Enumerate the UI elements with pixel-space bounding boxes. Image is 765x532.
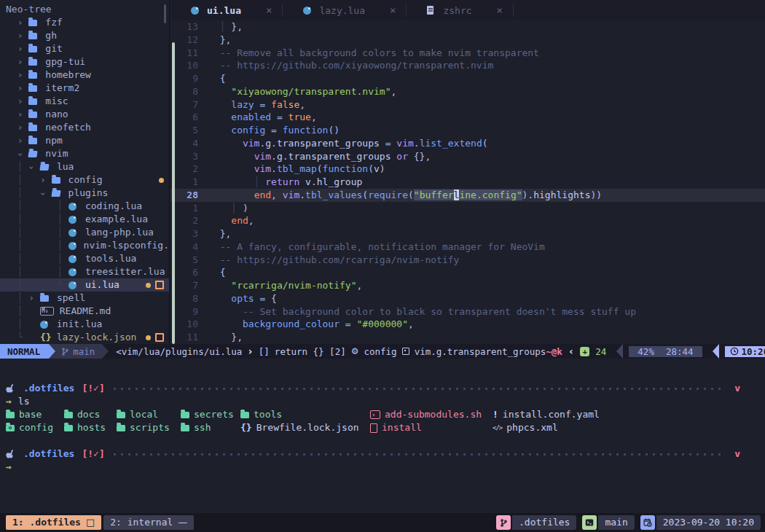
tree-item-ui.lua[interactable]: │ └ ui.lua [0, 278, 169, 292]
code-line[interactable]: 1 │ return v.hl_group [170, 176, 765, 189]
tree-item-treesitter.lua[interactable]: │ │ treesitter.lua [0, 265, 169, 278]
cursor-line[interactable]: → [0, 461, 765, 474]
expander-icon[interactable]: › [17, 29, 23, 42]
tab-ui.lua[interactable]: ui.lua× [170, 0, 282, 20]
expander-icon[interactable]: › [17, 42, 23, 55]
code-line[interactable]: 8 opts = { [170, 292, 765, 305]
close-icon[interactable]: × [266, 4, 272, 16]
code-token: tbl_map [277, 163, 317, 174]
unsaved-dot-icon [146, 335, 151, 340]
tab-lazy.lua[interactable]: lazy.lua× [283, 0, 406, 20]
expander-icon[interactable]: › [17, 121, 23, 134]
tree-item-gh[interactable]: › gh [0, 29, 169, 42]
code-line[interactable]: 5 -- https://github.com/rcarriga/nvim-no… [170, 254, 765, 267]
tree-item-plugins[interactable]: │ › plugins [0, 187, 169, 200]
code-line[interactable]: 6 enabled = true, [170, 111, 765, 124]
code-line[interactable]: 10 -- https://github.com/xiyaowong/trans… [170, 59, 765, 72]
code-line[interactable]: 7 "rcarriga/nvim-notify", [170, 279, 765, 292]
expander-icon[interactable]: › [17, 134, 23, 147]
tree-item-nvim[interactable]: › nvim [0, 147, 169, 160]
line-number: 13 [170, 20, 198, 34]
expander-icon[interactable]: › [25, 165, 38, 171]
indent-guide: │ [6, 292, 28, 305]
indent-guide [6, 42, 17, 55]
expander-icon[interactable]: › [17, 108, 23, 121]
tree-item-example.lua[interactable]: │ │ example.lua [0, 213, 169, 226]
code-token: }, [208, 228, 231, 239]
folder-icon [6, 412, 15, 418]
code-token: │ [231, 203, 237, 214]
tree-item-homebrew[interactable]: › homebrew [0, 69, 169, 82]
code-line[interactable]: 4 vim.g.transparent_groups = vim.list_ex… [170, 137, 765, 150]
code-line[interactable]: 7 lazy = false, [170, 98, 765, 112]
code-editor[interactable]: 13 │ },12 },11 -- Remove all background … [170, 20, 765, 344]
code-token: ine.config" [459, 189, 522, 200]
tree-item-spell[interactable]: │ › spell [0, 292, 169, 305]
expander-icon[interactable]: › [36, 191, 50, 197]
code-token: function [283, 125, 329, 136]
code-line[interactable]: 13 │ }, [170, 20, 765, 34]
shell-terminal[interactable]: .dotfiles [!✓] v → ls basedocslocalsecre… [0, 359, 765, 513]
code-line[interactable]: 2 end, [170, 214, 765, 227]
crumb-function: config [364, 346, 396, 357]
sidebar-scrollbar[interactable] [164, 4, 166, 23]
code-line[interactable]: 8 "xiyaowong/transparent.nvim", [170, 85, 765, 98]
code-line[interactable]: 10 background_colour = "#000000", [170, 318, 765, 331]
editor-scrollbar[interactable] [172, 42, 175, 344]
expander-icon[interactable]: › [28, 292, 34, 305]
tree-item-iterm2[interactable]: › iterm2 [0, 82, 169, 95]
code-token: config [231, 125, 265, 136]
tree-item-init.lua[interactable]: │ init.lua [0, 318, 169, 331]
tree-item-tools.lua[interactable]: │ │ tools.lua [0, 252, 169, 265]
code-token: = [380, 138, 396, 149]
expander-icon[interactable]: › [40, 173, 46, 187]
tmux-window-2-internal[interactable]: 2: internal— [103, 515, 194, 530]
tree-item-nvim-lspconfig.[interactable]: │ │ nvim-lspconfig. [0, 239, 169, 252]
code-line[interactable]: 12 }, [170, 34, 765, 47]
spacer [23, 42, 29, 55]
close-icon[interactable]: × [497, 4, 503, 16]
tree-item-lua[interactable]: │ › lua [0, 160, 169, 173]
tree-item-misc[interactable]: › misc [0, 95, 169, 108]
tree-item-nano[interactable]: › nano [0, 108, 169, 121]
tree-item-label: README.md [54, 305, 111, 318]
code-line[interactable]: 11 -- Remove all background colors to ma… [170, 47, 765, 60]
expander-icon[interactable]: › [17, 95, 23, 108]
code-token: { [271, 293, 277, 304]
expander-icon[interactable]: › [17, 16, 23, 29]
code-line[interactable]: 2 vim.tbl_map(function(v) [170, 163, 765, 176]
expander-icon[interactable]: › [17, 69, 23, 82]
code-line[interactable]: 9 { [170, 72, 765, 85]
tree-item-npm[interactable]: › npm [0, 134, 169, 147]
expander-icon[interactable]: › [17, 55, 23, 69]
neotree-sidebar[interactable]: Neo-tree › fzf › gh › git › gpg-tui › ho… [0, 0, 170, 344]
code-token: , [271, 189, 283, 200]
code-line[interactable]: 4 -- A fancy, configurable, notification… [170, 240, 765, 254]
code-token: = [271, 112, 288, 122]
code-line[interactable]: 28 end, vim.tbl_values(require("bufferli… [170, 189, 765, 202]
indent-guide [6, 55, 17, 69]
tree-item-fzf[interactable]: › fzf [0, 16, 169, 29]
expander-icon[interactable]: › [17, 82, 23, 95]
tree-item-config[interactable]: │ › config [0, 173, 169, 187]
tree-item-lazy-lock.json[interactable]: └ {} lazy-lock.json [0, 331, 169, 344]
tree-item-git[interactable]: › git [0, 42, 169, 55]
tmux-window-1-dotfiles[interactable]: 1: .dotfiles□ [6, 515, 101, 530]
code-token: { [208, 267, 225, 278]
tree-item-coding.lua[interactable]: │ │ coding.lua [0, 200, 169, 213]
tab-zshrc[interactable]: zshrc× [407, 0, 513, 20]
folder-icon [64, 412, 73, 418]
tree-item-gpg-tui[interactable]: › gpg-tui [0, 55, 169, 69]
tree-item-README.md[interactable]: │ M↓ README.md [0, 305, 169, 318]
code-line[interactable]: 1 │ ) [170, 202, 765, 215]
expander-icon[interactable]: › [14, 152, 27, 157]
tree-item-neofetch[interactable]: › neofetch [0, 121, 169, 134]
code-line[interactable]: 3 }, [170, 227, 765, 240]
code-line[interactable]: 11 }, [170, 331, 765, 344]
code-line[interactable]: 9 -- Set background color to black so tr… [170, 305, 765, 318]
code-line[interactable]: 3 vim.g.transparent_groups or {}, [170, 150, 765, 163]
tree-item-lang-php.lua[interactable]: │ │ lang-php.lua [0, 226, 169, 239]
close-icon[interactable]: × [390, 4, 396, 16]
code-line[interactable]: 5 config = function() [170, 124, 765, 137]
code-line[interactable]: 6 { [170, 266, 765, 279]
